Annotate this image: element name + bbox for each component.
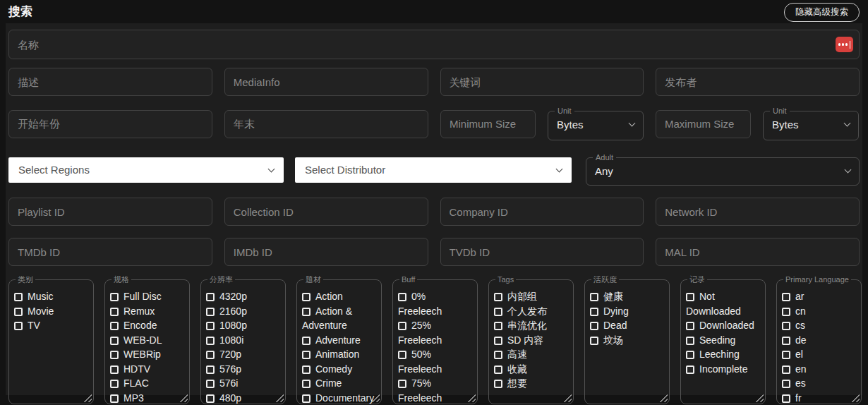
filter-option[interactable]: 4320p (206, 289, 280, 304)
filter-option[interactable]: 内部组 (494, 289, 568, 304)
checkbox[interactable] (302, 351, 311, 359)
filter-option[interactable]: Downloaded (686, 318, 760, 333)
filter-option[interactable]: 0% Freeleech (398, 289, 472, 318)
checkbox[interactable] (590, 337, 598, 345)
checkbox[interactable] (110, 351, 119, 359)
filter-option[interactable]: 576p (206, 362, 280, 377)
filter-option[interactable]: Music (14, 289, 88, 304)
filter-option[interactable]: TV (14, 318, 88, 333)
checkbox[interactable] (494, 337, 502, 345)
checkbox[interactable] (590, 322, 598, 330)
imdb-id-input[interactable] (224, 238, 428, 266)
filter-option[interactable]: 75% Freeleech (398, 376, 472, 404)
filter-option[interactable]: Documentary (302, 391, 376, 405)
checkbox[interactable] (686, 337, 694, 345)
checkbox[interactable] (590, 308, 598, 316)
filter-option[interactable]: 想要 (494, 376, 568, 391)
checkbox[interactable] (206, 365, 215, 374)
filter-option[interactable]: 480p (206, 391, 280, 405)
checkbox[interactable] (302, 365, 311, 374)
checkbox[interactable] (494, 308, 502, 316)
checkbox[interactable] (782, 351, 790, 359)
filter-option[interactable]: 50% Freeleech (398, 347, 472, 376)
checkbox[interactable] (302, 394, 311, 403)
filter-option[interactable]: WEB-DL (110, 333, 184, 348)
filter-option[interactable]: 720p (206, 347, 280, 362)
filter-option[interactable]: fr (782, 391, 856, 405)
checkbox[interactable] (398, 351, 406, 359)
max-size-unit-select[interactable]: Bytes (764, 115, 858, 133)
checkbox[interactable] (782, 308, 790, 316)
checkbox[interactable] (782, 394, 790, 403)
checkbox[interactable] (206, 351, 215, 359)
playlist-id-input[interactable] (8, 198, 212, 226)
filter-option[interactable]: Movie (14, 304, 88, 319)
checkbox[interactable] (206, 380, 215, 388)
filter-option[interactable]: 健康 (590, 289, 664, 304)
filter-option[interactable]: Crime (302, 376, 376, 391)
filter-option[interactable]: Comedy (302, 362, 376, 377)
filter-option[interactable]: 25% Freeleech (398, 318, 472, 347)
tmdb-id-input[interactable] (8, 238, 212, 266)
checkbox[interactable] (782, 293, 790, 301)
checkbox[interactable] (398, 293, 406, 301)
checkbox[interactable] (782, 365, 790, 374)
filter-option[interactable]: Dying (590, 304, 664, 319)
start-year-input[interactable] (8, 110, 212, 138)
checkbox[interactable] (110, 394, 119, 403)
filter-option[interactable]: Not Downloaded (686, 289, 760, 318)
checkbox[interactable] (206, 337, 215, 345)
checkbox[interactable] (302, 308, 311, 316)
filter-option[interactable]: Action & Adventure (302, 304, 376, 333)
checkbox[interactable] (110, 308, 119, 316)
checkbox[interactable] (110, 380, 119, 388)
checkbox[interactable] (302, 380, 311, 388)
resize-grip-icon[interactable] (754, 393, 764, 402)
resize-grip-icon[interactable] (658, 393, 668, 402)
mal-id-input[interactable] (656, 238, 860, 266)
collection-id-input[interactable] (224, 198, 428, 226)
filter-option[interactable]: Remux (110, 304, 184, 319)
select-distributor-dropdown[interactable]: Select Distributor (295, 157, 572, 183)
checkbox[interactable] (398, 380, 406, 388)
checkbox[interactable] (14, 322, 23, 330)
checkbox[interactable] (686, 365, 694, 374)
filter-option[interactable]: Animation (302, 347, 376, 362)
mediainfo-input[interactable] (224, 68, 428, 96)
checkbox[interactable] (14, 293, 23, 301)
maximum-size-input[interactable] (656, 110, 751, 138)
uploader-input[interactable] (656, 68, 860, 96)
checkbox[interactable] (494, 365, 502, 374)
tvdb-id-input[interactable] (440, 238, 644, 266)
checkbox[interactable] (14, 308, 23, 316)
filter-option[interactable]: ar (782, 289, 856, 304)
name-input[interactable] (8, 30, 860, 59)
filter-option[interactable]: cs (782, 318, 856, 333)
checkbox[interactable] (686, 351, 694, 359)
filter-option[interactable]: 1080i (206, 333, 280, 348)
filter-option[interactable]: WEBRip (110, 347, 184, 362)
filter-option[interactable]: SD 内容 (494, 333, 568, 348)
filter-option[interactable]: 个人发布 (494, 304, 568, 319)
checkbox[interactable] (590, 293, 598, 301)
filter-option[interactable]: en (782, 362, 856, 377)
password-manager-autofill-icon[interactable] (836, 37, 853, 52)
checkbox[interactable] (110, 293, 119, 301)
network-id-input[interactable] (656, 198, 860, 226)
checkbox[interactable] (494, 293, 502, 301)
adult-select[interactable]: Any (586, 162, 859, 180)
filter-option[interactable]: cn (782, 304, 856, 319)
filter-option[interactable]: Incomplete (686, 362, 760, 377)
filter-option[interactable]: 1080p (206, 318, 280, 333)
filter-option[interactable]: 收藏 (494, 362, 568, 377)
checkbox[interactable] (206, 322, 215, 330)
resize-grip-icon[interactable] (83, 393, 92, 402)
filter-option[interactable]: Action (302, 289, 376, 304)
hide-advanced-search-button[interactable]: 隐藏高级搜索 (784, 3, 860, 22)
checkbox[interactable] (398, 322, 406, 330)
checkbox[interactable] (494, 351, 502, 359)
checkbox[interactable] (782, 380, 790, 388)
checkbox[interactable] (110, 337, 119, 345)
company-id-input[interactable] (440, 198, 644, 226)
checkbox[interactable] (686, 322, 694, 330)
